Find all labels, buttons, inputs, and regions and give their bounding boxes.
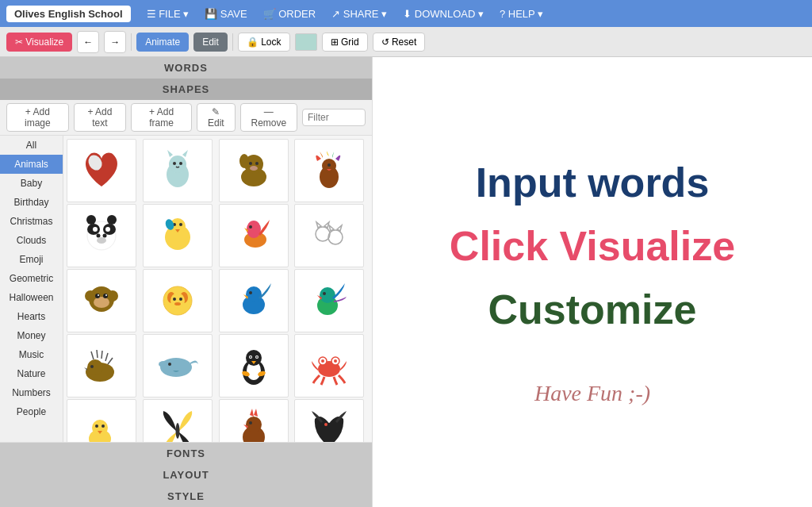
cat-birthday[interactable]: Birthday (0, 193, 63, 212)
svg-point-57 (174, 302, 181, 305)
svg-marker-97 (254, 409, 258, 417)
svg-point-54 (170, 293, 185, 309)
svg-point-24 (97, 237, 106, 244)
animal-cats-outline[interactable] (294, 204, 364, 267)
cat-hearts[interactable]: Hearts (0, 307, 63, 326)
animate-button[interactable]: Animate (136, 33, 189, 52)
left-panel: WORDS SHAPES + Add image + Add text + Ad… (0, 57, 373, 507)
cat-christmas[interactable]: Christmas (0, 212, 63, 231)
animal-whale[interactable] (143, 334, 213, 398)
svg-point-9 (239, 154, 249, 168)
filter-input[interactable] (302, 109, 366, 126)
svg-point-15 (327, 163, 331, 167)
cat-clouds[interactable]: Clouds (0, 231, 63, 250)
animal-dog[interactable] (219, 139, 289, 202)
svg-point-93 (175, 423, 179, 439)
animal-cat[interactable] (143, 139, 213, 202)
cat-geometric[interactable]: Geometric (0, 269, 63, 288)
animal-heart[interactable] (67, 139, 136, 202)
add-frame-button[interactable]: + Add frame (131, 103, 192, 132)
grid-button[interactable]: ⊞ Grid (322, 33, 368, 52)
reset-button[interactable]: ↺ Reset (373, 33, 426, 52)
color-swatch[interactable] (295, 33, 317, 51)
cat-money[interactable]: Money (0, 326, 63, 345)
svg-marker-38 (316, 222, 321, 228)
svg-point-46 (94, 297, 109, 308)
add-image-button[interactable]: + Add image (6, 103, 69, 132)
fonts-section[interactable]: FONTS (0, 443, 372, 464)
cat-baby[interactable]: Baby (0, 174, 63, 193)
animal-blue-bird[interactable] (219, 269, 289, 332)
category-list: AllAnimalsBabyBirthdayChristmasCloudsEmo… (0, 136, 63, 442)
svg-marker-69 (84, 367, 87, 371)
edit-button[interactable]: Edit (193, 33, 228, 52)
remove-button[interactable]: — Remove (240, 103, 297, 132)
undo-button[interactable]: ← (77, 31, 99, 53)
main-text-line2: Click Visualize (450, 222, 735, 270)
share-menu[interactable]: ↗ SHARE ▾ (325, 5, 393, 23)
cat-nature[interactable]: Nature (0, 364, 63, 383)
right-panel: Input words Click Visualize Customize Ha… (373, 57, 812, 507)
svg-point-49 (98, 294, 99, 296)
edit-bar: + Add image + Add text + Add frame ✎ Edi… (0, 100, 372, 136)
toolbar: ✂ Visualize ← → Animate Edit 🔒 Lock ⊞ Gr… (0, 27, 812, 57)
animal-penguin[interactable] (219, 334, 289, 398)
style-section[interactable]: STYLE (0, 486, 372, 507)
animal-butterfly[interactable] (143, 399, 213, 442)
save-menu[interactable]: 💾 SAVE (198, 5, 253, 23)
edit-shape-button[interactable]: ✎ Edit (197, 103, 236, 132)
visualize-button[interactable]: ✂ Visualize (6, 33, 72, 52)
svg-point-72 (168, 363, 171, 366)
svg-point-11 (255, 162, 259, 165)
animal-chick[interactable] (143, 204, 213, 267)
animal-panda[interactable] (67, 204, 136, 267)
animal-crab[interactable] (294, 334, 364, 398)
cat-music[interactable]: Music (0, 345, 63, 364)
words-section[interactable]: WORDS (0, 57, 372, 79)
animal-giraffe[interactable] (143, 269, 213, 332)
animal-tropical-bird[interactable] (294, 269, 364, 332)
animal-turkey[interactable] (294, 139, 364, 202)
help-menu[interactable]: ? HELP ▾ (493, 5, 550, 23)
animal-bird-orange[interactable] (219, 204, 289, 267)
svg-point-67 (87, 359, 103, 375)
animal-monkey[interactable] (67, 269, 136, 332)
cat-all[interactable]: All (0, 136, 63, 155)
main-text-line4: Have Fun ;-) (534, 381, 650, 406)
cat-halloween[interactable]: Halloween (0, 288, 63, 307)
cat-animals[interactable]: Animals (0, 155, 63, 174)
svg-point-91 (95, 424, 98, 428)
animal-chick-small[interactable] (67, 399, 136, 442)
order-menu[interactable]: 🛒 ORDER (257, 5, 323, 23)
animal-rooster[interactable] (219, 399, 289, 442)
svg-point-95 (246, 417, 262, 432)
redo-button[interactable]: → (104, 31, 126, 53)
svg-point-98 (249, 421, 252, 424)
download-menu[interactable]: ⬇ DOWNLOAD ▾ (396, 5, 490, 23)
add-text-button[interactable]: + Add text (74, 103, 127, 132)
bottom-sections: FONTS LAYOUT STYLE (0, 442, 372, 507)
svg-point-6 (179, 162, 182, 165)
svg-point-10 (249, 162, 252, 165)
animal-hedgehog[interactable] (67, 334, 136, 398)
svg-point-37 (316, 227, 330, 241)
file-menu[interactable]: ☰ FILE ▾ (140, 5, 196, 23)
lock-button[interactable]: 🔒 Lock (238, 33, 290, 52)
animal-dark-bird[interactable] (294, 399, 364, 442)
svg-point-47 (95, 294, 100, 298)
svg-marker-4 (182, 150, 188, 157)
cat-emoji[interactable]: Emoji (0, 250, 63, 269)
svg-marker-3 (167, 150, 173, 157)
svg-point-63 (320, 287, 335, 303)
cat-people[interactable]: People (0, 402, 63, 421)
svg-point-92 (102, 424, 105, 428)
brand-logo: Olives English School (6, 6, 131, 22)
svg-point-22 (97, 234, 101, 238)
svg-point-86 (321, 359, 324, 363)
top-navigation: Olives English School ☰ FILE ▾ 💾 SAVE 🛒 … (0, 0, 812, 27)
cat-numbers[interactable]: Numbers (0, 383, 63, 402)
shapes-section[interactable]: SHAPES (0, 79, 372, 100)
layout-section[interactable]: LAYOUT (0, 464, 372, 486)
svg-point-87 (334, 359, 337, 363)
svg-marker-42 (337, 225, 342, 231)
